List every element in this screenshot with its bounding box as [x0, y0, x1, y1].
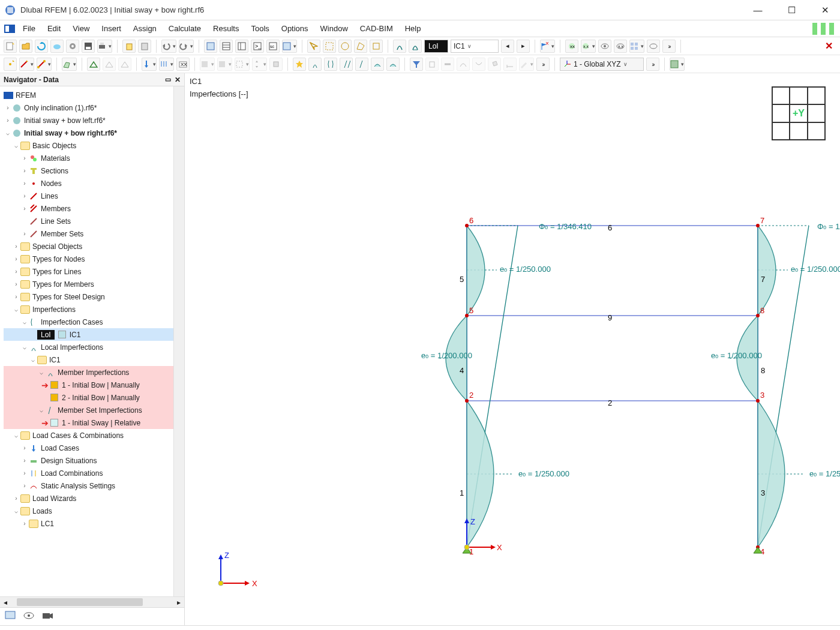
expand-icon[interactable]: › [20, 482, 29, 489]
collapse-icon[interactable]: ⌵ [12, 306, 20, 313]
tree-scrollbar[interactable] [173, 86, 184, 596]
tree-set-1[interactable]: 1 - Initial Sway | Relative [62, 419, 140, 427]
list-icon[interactable] [235, 40, 248, 53]
crop-tool-icon[interactable]: ▾ [235, 58, 250, 71]
refresh-icon[interactable] [35, 40, 48, 53]
menu-window[interactable]: Window [314, 20, 354, 37]
undo-icon[interactable]: ▾ [161, 40, 176, 53]
xx-label-icon[interactable]: XX [176, 58, 190, 71]
menu-options[interactable]: Options [275, 20, 314, 37]
expand-icon[interactable]: › [12, 268, 20, 275]
expand-icon[interactable]: › [12, 243, 20, 250]
collapse-icon[interactable]: ⌵ [12, 432, 20, 439]
tree-typemembers[interactable]: Types for Members [32, 280, 94, 289]
menu-view[interactable]: View [67, 20, 95, 37]
imp-surf2-icon[interactable] [386, 58, 400, 71]
imp-bow2-icon[interactable] [324, 58, 337, 71]
panel-float-icon[interactable]: ▭ [165, 76, 171, 84]
expand-icon[interactable]: › [4, 117, 12, 124]
copy-icon[interactable] [122, 40, 136, 53]
imperfection-icon[interactable] [393, 40, 406, 53]
gear-icon[interactable] [66, 40, 79, 53]
collapse-icon[interactable]: ⌵ [12, 508, 20, 514]
expand-icon[interactable]: › [20, 167, 29, 174]
beam-icon[interactable] [441, 58, 454, 71]
print-icon[interactable]: ▾ [97, 40, 112, 53]
expand-icon[interactable]: › [20, 205, 29, 212]
menu-assign[interactable]: Assign [127, 20, 163, 37]
eye-nodes-icon[interactable] [598, 40, 611, 53]
next-case-icon[interactable]: ▸ [517, 40, 530, 53]
expand-icon[interactable]: › [20, 445, 29, 451]
redo-icon[interactable]: ▾ [179, 40, 194, 53]
expand-icon[interactable]: › [20, 470, 29, 476]
portal-icon[interactable] [425, 58, 439, 71]
dim-tool-icon[interactable] [503, 58, 517, 71]
tree-ds[interactable]: Design Situations [41, 457, 97, 465]
collapse-icon[interactable]: ⌵ [37, 369, 46, 376]
rect2-tool-icon[interactable] [269, 58, 283, 71]
flag-delete-icon[interactable]: ×▾ [540, 40, 555, 53]
expand-icon[interactable]: › [20, 180, 29, 187]
tree-membersets[interactable]: Member Sets [41, 230, 83, 238]
menu-help[interactable]: Help [399, 20, 427, 37]
select-circle-icon[interactable] [338, 40, 352, 53]
expand-icon[interactable]: › [12, 281, 20, 287]
camera-icon[interactable] [42, 611, 54, 622]
cube-tool-icon[interactable] [488, 58, 501, 71]
imp-sway2-icon[interactable] [355, 58, 368, 71]
save-icon[interactable] [82, 40, 95, 53]
prev-case-icon[interactable]: ◂ [501, 40, 514, 53]
select-poly-icon[interactable] [354, 40, 367, 53]
cloud-icon[interactable] [50, 40, 64, 53]
select-rect-icon[interactable] [323, 40, 336, 53]
tree-typesteel[interactable]: Types for Steel Design [32, 293, 105, 301]
more2-icon[interactable]: ›› [536, 58, 550, 71]
tree-basic-objects[interactable]: Basic Objects [32, 142, 76, 150]
tree-sas[interactable]: Static Analysis Settings [41, 482, 115, 490]
collapse-icon[interactable]: ⌵ [20, 344, 29, 350]
case-type-dropdown[interactable]: LoI [424, 40, 448, 53]
tree-hscroll[interactable]: ◂ ▸ [0, 596, 184, 607]
load-node-icon[interactable]: ▾ [142, 58, 157, 71]
collapse-icon[interactable]: ⌵ [20, 319, 29, 325]
tree-file-1[interactable]: Only inclination (1).rf6* [24, 104, 97, 112]
model-viewport[interactable]: IC1 Imperfections [--] +Y [185, 73, 840, 625]
view-xxx-icon[interactable]: x.x▾ [581, 40, 596, 53]
imperfection2-icon[interactable] [409, 40, 422, 53]
tree-nodes[interactable]: Nodes [41, 179, 62, 188]
tree-lcomb[interactable]: Load Combinations [41, 469, 103, 478]
eye-xxx-icon[interactable]: x.x [614, 40, 627, 53]
panel-close-icon[interactable]: ✕ [175, 76, 181, 84]
coord-system-dropdown[interactable]: 1 - Global XYZ∨ [560, 58, 644, 71]
imp-surf-icon[interactable] [371, 58, 384, 71]
tree-typenodes[interactable]: Types for Nodes [32, 255, 85, 263]
expand-icon[interactable]: › [12, 293, 20, 300]
tree-set-imp[interactable]: Member Set Imperfections [58, 406, 142, 415]
tree-mi-1[interactable]: 1 - Initial Bow | Manually [62, 381, 140, 389]
close-toolbar-icon[interactable]: ✕ [821, 40, 836, 52]
load-line-icon[interactable]: ▾ [159, 58, 174, 71]
tree-loadcases[interactable]: Load Cases [41, 444, 79, 452]
pencil-tool-icon[interactable]: ▾ [519, 58, 534, 71]
menu-tools[interactable]: Tools [245, 20, 275, 37]
view-node-num-icon[interactable]: xx [565, 40, 578, 53]
scroll-thumb[interactable] [17, 598, 143, 606]
case-dropdown[interactable]: IC1∨ [451, 40, 499, 53]
more3-icon[interactable]: ›› [646, 58, 659, 71]
expand-icon[interactable]: › [20, 230, 29, 237]
select-icon[interactable] [307, 40, 320, 53]
expand-icon[interactable]: › [12, 495, 20, 502]
tree-imperfections[interactable]: Imperfections [32, 305, 76, 314]
support2-tool-icon[interactable] [103, 58, 116, 71]
collapse-icon[interactable]: ⌵ [29, 356, 37, 363]
menu-insert[interactable]: Insert [95, 20, 127, 37]
filter-icon[interactable] [410, 58, 423, 71]
script-icon[interactable]: sc [266, 40, 280, 53]
table-icon[interactable] [220, 40, 233, 53]
tree-sections[interactable]: Sections [41, 167, 68, 175]
viewport-icon[interactable]: ▾ [670, 58, 685, 71]
console-icon[interactable]: >_ [251, 40, 264, 53]
menu-calculate[interactable]: Calculate [163, 20, 207, 37]
tree-typelines[interactable]: Types for Lines [32, 268, 81, 276]
